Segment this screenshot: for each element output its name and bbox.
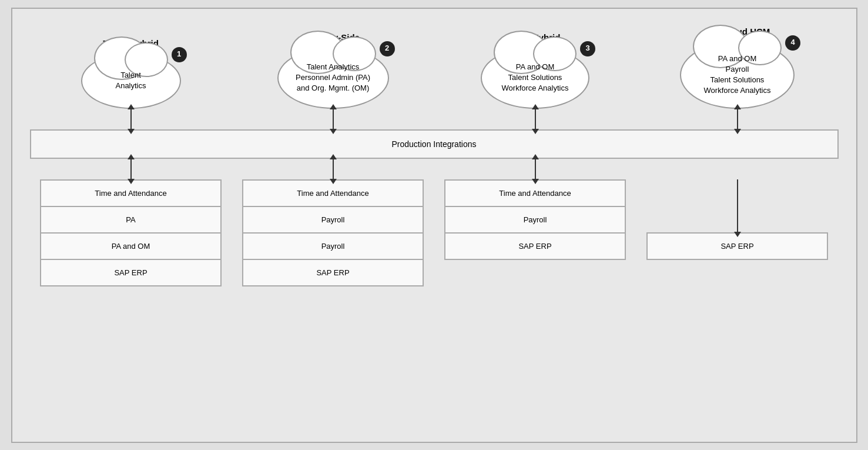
arrow-bot-col3: [434, 159, 636, 179]
arrow-col3-bot: [535, 159, 536, 179]
col1-box-time-attendance: Time and Attendance: [41, 181, 221, 207]
col2-badge: 2: [380, 41, 395, 56]
top-area: Talent Hybrid 1 TalentAnalytics Side-by-…: [30, 21, 839, 109]
col3-box-time-attendance: Time and Attendance: [445, 181, 625, 207]
col3-box-stack: Time and Attendance Payroll SAP ERP: [444, 179, 626, 260]
col2-cloud-lines: Talent AnalyticsPersonnel Admin (PA)and …: [296, 62, 370, 92]
top-col-3: Core Hybrid 3 PA and OMTalent SolutionsW…: [434, 26, 636, 109]
arrow-col1-top: [30, 109, 232, 129]
col2-box-time-attendance: Time and Attendance: [243, 181, 423, 207]
col4-box-sap-erp: SAP ERP: [648, 234, 827, 259]
production-bar-label: Production Integrations: [392, 139, 477, 149]
col3-box-payroll: Payroll: [445, 207, 625, 234]
arrow-col4-down: [737, 109, 738, 129]
col4-badge: 4: [785, 35, 800, 51]
col1-badge: 1: [172, 47, 187, 62]
col4-long-arrow-wrapper: [646, 179, 829, 232]
col4-cloud: 4 PA and OMPayrollTalent SolutionsWorkfo…: [680, 41, 795, 109]
col1-box-sap-erp: SAP ERP: [41, 260, 221, 285]
arrow-col2-down: [333, 109, 334, 129]
col3-cloud-text: PA and OMTalent SolutionsWorkforce Analy…: [497, 57, 574, 99]
arrow-row-top: [30, 109, 839, 129]
col4-long-arrow: [737, 179, 738, 232]
bottom-col1: Time and Attendance PA PA and OM SAP ERP: [30, 179, 232, 286]
arrow-col2-top: [232, 109, 434, 129]
col3-cloud: 3 PA and OMTalent SolutionsWorkforce Ana…: [481, 47, 589, 109]
bottom-boxes-row: Time and Attendance PA PA and OM SAP ERP: [30, 179, 839, 286]
arrow-bot-col4: [636, 159, 839, 179]
col1-cloud: 1 TalentAnalytics: [81, 53, 181, 109]
arrow-col1-down: [130, 109, 132, 129]
arrow-col1-bot: [130, 159, 132, 179]
arrow-col3-down: [535, 109, 536, 129]
col3-badge: 3: [580, 41, 595, 56]
col2-cloud: 2 Talent AnalyticsPersonnel Admin (PA)an…: [277, 47, 389, 109]
top-col-2: Side-by-Side 2 Talent AnalyticsPersonnel…: [232, 26, 434, 109]
diagram: Talent Hybrid 1 TalentAnalytics Side-by-…: [11, 8, 857, 443]
col2-box-payroll2: Payroll: [243, 234, 423, 260]
col4-cloud-text: PA and OMPayrollTalent SolutionsWorkforc…: [699, 49, 776, 101]
arrow-bot-col2: [232, 159, 434, 179]
main-layout: Talent Hybrid 1 TalentAnalytics Side-by-…: [30, 21, 839, 286]
production-bar: Production Integrations: [30, 129, 839, 159]
bottom-col2: Time and Attendance Payroll Payroll SAP …: [232, 179, 434, 286]
col1-cloud-text: TalentAnalytics: [110, 65, 150, 96]
col1-box-pa-om: PA and OM: [41, 234, 221, 260]
col2-box-payroll1: Payroll: [243, 207, 423, 234]
arrow-row-bottom: [30, 159, 839, 179]
col2-cloud-text: Talent AnalyticsPersonnel Admin (PA)and …: [291, 57, 375, 99]
top-col-4: Full Cloud HCM 4 PA and OMPayrollTalent …: [636, 21, 839, 109]
arrow-bot-col1: [30, 159, 232, 179]
col3-box-sap-erp: SAP ERP: [445, 234, 625, 259]
col2-box-sap-erp: SAP ERP: [243, 260, 423, 285]
col4-arrow-head: [734, 232, 741, 237]
col1-cloud-line1: TalentAnalytics: [115, 71, 146, 90]
col1-box-stack: Time and Attendance PA PA and OM SAP ERP: [40, 179, 222, 286]
bottom-col3: Time and Attendance Payroll SAP ERP: [434, 179, 636, 260]
col3-cloud-lines: PA and OMTalent SolutionsWorkforce Analy…: [502, 62, 569, 92]
arrow-col3-top: [434, 109, 636, 129]
col4-cloud-lines: PA and OMPayrollTalent SolutionsWorkforc…: [704, 54, 771, 95]
col1-box-pa: PA: [41, 207, 221, 234]
col2-box-stack: Time and Attendance Payroll Payroll SAP …: [242, 179, 424, 286]
arrow-col4-top: [636, 109, 839, 129]
bottom-col4: SAP ERP: [636, 179, 839, 260]
arrow-col2-bot: [333, 159, 334, 179]
top-col-1: Talent Hybrid 1 TalentAnalytics: [30, 32, 232, 109]
